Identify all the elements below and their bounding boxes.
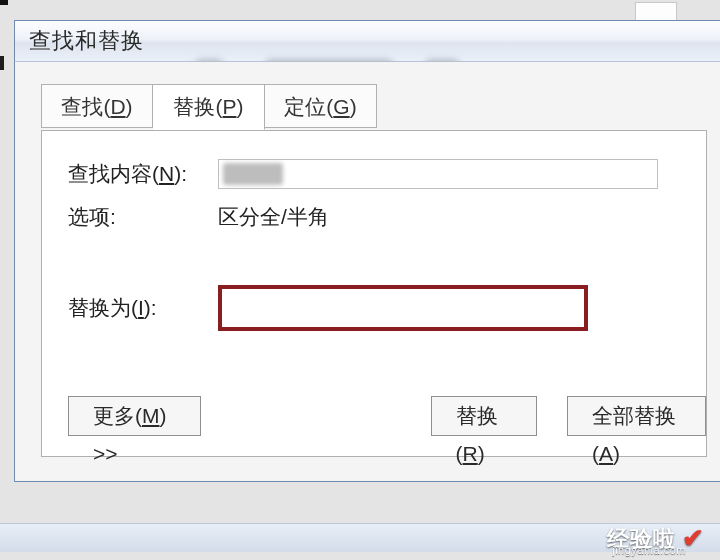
replace-panel: 查找内容(N): 选项: 区分全/半角 替换为(I): 更多(M) >> <box>41 130 707 457</box>
replace-label: 替换为(I): <box>68 294 218 322</box>
tab-find[interactable]: 查找(D) <box>41 84 153 128</box>
options-value: 区分全/半角 <box>218 203 329 231</box>
dialog-titlebar[interactable]: 查找和替换 <box>14 20 720 62</box>
find-replace-dialog: 查找和替换 查找(D) 替换(P) 定位(G) 查找内容(N): <box>14 20 720 510</box>
window-edge <box>0 56 4 70</box>
find-row: 查找内容(N): <box>68 159 680 189</box>
replace-button[interactable]: 替换(R) <box>431 396 538 436</box>
find-input-blur <box>223 163 283 185</box>
replace-input[interactable] <box>218 285 588 331</box>
replace-all-button[interactable]: 全部替换(A) <box>567 396 706 436</box>
options-label: 选项: <box>68 203 218 231</box>
replace-row: 替换为(I): <box>68 285 680 331</box>
find-input[interactable] <box>218 159 658 189</box>
options-row: 选项: 区分全/半角 <box>68 203 680 231</box>
find-label: 查找内容(N): <box>68 160 218 188</box>
button-bar: 更多(M) >> 替换(R) 全部替换(A) <box>68 396 706 436</box>
watermark: 经验啦 ✔ jingyanla.com <box>607 523 704 554</box>
more-button[interactable]: 更多(M) >> <box>68 396 201 436</box>
watermark-site: jingyanla.com <box>589 544 686 556</box>
dialog-client: 查找(D) 替换(P) 定位(G) 查找内容(N): 选项: 区分全/半角 <box>14 62 720 482</box>
tab-goto[interactable]: 定位(G) <box>265 84 377 128</box>
tab-replace[interactable]: 替换(P) <box>153 84 265 130</box>
tab-strip: 查找(D) 替换(P) 定位(G) <box>41 84 707 132</box>
window-edge <box>0 0 8 5</box>
dialog-title: 查找和替换 <box>29 28 144 53</box>
